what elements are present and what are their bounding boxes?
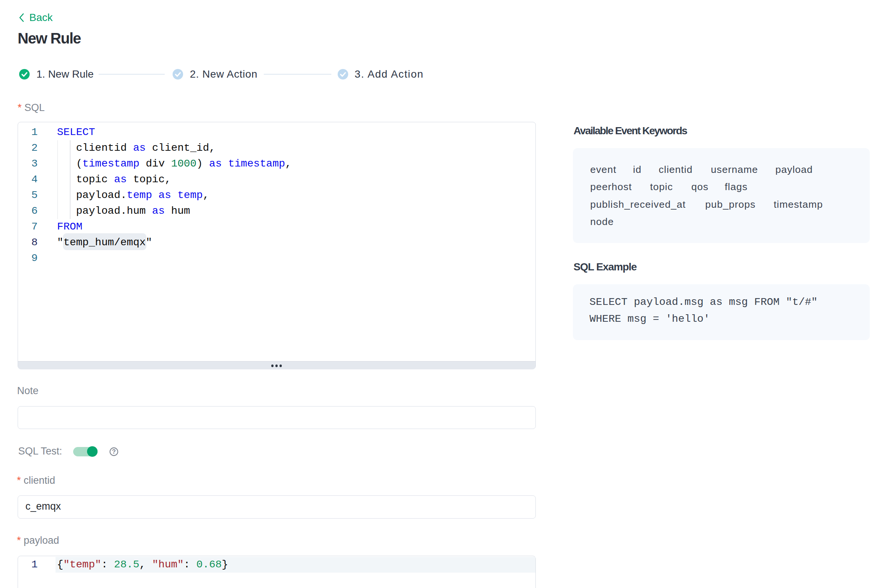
svg-text:?: ? [112,448,116,455]
